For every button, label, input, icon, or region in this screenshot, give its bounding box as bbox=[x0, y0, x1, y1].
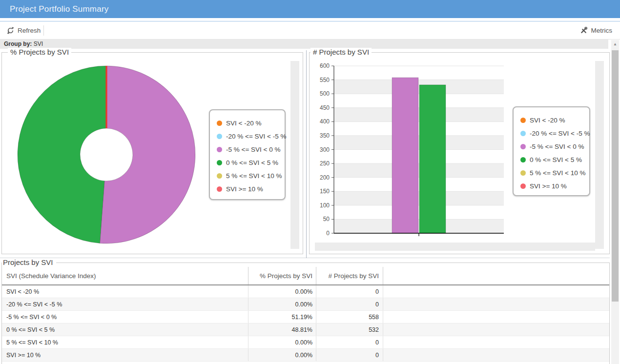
table-row[interactable]: 0 % <= SVI < 5 %48.81%532 bbox=[2, 324, 609, 336]
y-axis-label: 250 bbox=[320, 160, 330, 167]
table-row[interactable]: SVI >= 10 %0.00%0 bbox=[2, 349, 609, 362]
table-cell: -5 % <= SVI < 0 % bbox=[2, 311, 248, 323]
legend-label: 0 % <= SVI < 5 % bbox=[530, 156, 582, 163]
legend-item: 5 % <= SVI < 10 % bbox=[520, 166, 589, 180]
legend-label: SVI < -20 % bbox=[530, 117, 565, 124]
table-cell: 558 bbox=[316, 311, 383, 323]
plot-band bbox=[334, 108, 504, 122]
table-cell: 532 bbox=[316, 324, 383, 336]
y-axis-label: 300 bbox=[320, 146, 330, 153]
refresh-label: Refresh bbox=[18, 27, 41, 34]
y-axis-label: 0 bbox=[326, 230, 330, 237]
table-cell: 0 bbox=[316, 336, 383, 348]
legend-label: 0 % <= SVI < 5 % bbox=[226, 159, 278, 166]
legend-color-dot bbox=[520, 157, 526, 162]
metrics-label: Metrics bbox=[591, 27, 613, 34]
projects-table: SVI (Schedule Variance Index)% Projects … bbox=[2, 267, 609, 362]
legend-label: -5 % <= SVI < 0 % bbox=[226, 146, 280, 153]
legend-label: 5 % <= SVI < 10 % bbox=[530, 169, 585, 177]
bar-chart-legend: SVI < -20 %-20 % <= SVI < -5 %-5 % <= SV… bbox=[513, 106, 590, 196]
plot-band bbox=[334, 80, 504, 94]
legend-color-dot bbox=[217, 121, 222, 126]
table-row[interactable]: 5 % <= SVI < 10 %0.00%0 bbox=[2, 336, 609, 349]
panel-splitter bbox=[306, 50, 307, 258]
table-cell: 5 % <= SVI < 10 % bbox=[2, 336, 248, 348]
legend-item: -5 % <= SVI < 0 % bbox=[217, 143, 285, 156]
pie-slice bbox=[100, 66, 195, 243]
column-header[interactable]: % Projects by SVI bbox=[248, 267, 316, 284]
page-title: Project Portfolio Summary bbox=[10, 4, 108, 14]
refresh-button[interactable]: Refresh bbox=[7, 21, 41, 39]
legend-item: -5 % <= SVI < 0 % bbox=[520, 140, 589, 153]
window-title-bar: Project Portfolio Summary bbox=[0, 0, 620, 18]
refresh-icon bbox=[7, 27, 14, 34]
legend-color-dot bbox=[520, 144, 526, 149]
table-row[interactable]: -5 % <= SVI < 0 %51.19%558 bbox=[2, 311, 609, 324]
plot-band bbox=[334, 163, 504, 178]
table-cell: SVI >= 10 % bbox=[2, 349, 248, 361]
legend-color-dot bbox=[520, 131, 526, 136]
page-scrollbar[interactable]: ▲ bbox=[611, 40, 619, 364]
table-cell: 0 bbox=[316, 349, 383, 361]
table-cell: 48.81% bbox=[248, 324, 316, 336]
group-by-value: SVI bbox=[34, 40, 43, 47]
table-panel-title: Projects by SVI bbox=[2, 258, 56, 266]
table-cell: 0.00% bbox=[248, 349, 316, 361]
y-axis-label: 350 bbox=[320, 132, 330, 139]
legend-item: 0 % <= SVI < 5 % bbox=[520, 153, 589, 166]
pie-chart-panel: % Projects by SVI SVI < -20 %-20 % <= SV… bbox=[1, 52, 303, 254]
table-row[interactable]: SVI < -20 %0.00%0 bbox=[2, 285, 609, 298]
bar-panel-content: 600550500450400350300250200150100500 SVI… bbox=[310, 53, 609, 254]
legend-item: -20 % <= SVI < -5 % bbox=[217, 130, 285, 143]
toolbar-divider bbox=[43, 25, 44, 36]
legend-color-dot bbox=[217, 147, 222, 152]
legend-label: SVI >= 10 % bbox=[530, 182, 567, 190]
scrollbar-thumb[interactable] bbox=[612, 50, 619, 302]
group-by-label: Group by: bbox=[4, 40, 32, 47]
legend-color-dot bbox=[217, 186, 222, 192]
toolbar: Refresh Metrics bbox=[0, 21, 620, 40]
legend-item: SVI >= 10 % bbox=[217, 182, 285, 196]
table-row[interactable]: -20 % <= SVI < -5 %0.00%0 bbox=[2, 298, 609, 311]
legend-color-dot bbox=[520, 183, 526, 189]
y-axis-label: 550 bbox=[320, 77, 330, 83]
table-header-row: SVI (Schedule Variance Index)% Projects … bbox=[2, 267, 609, 285]
plot-band bbox=[334, 191, 504, 205]
legend-label: -5 % <= SVI < 0 % bbox=[530, 143, 584, 150]
y-axis-label: 50 bbox=[323, 216, 330, 222]
legend-color-dot bbox=[520, 170, 526, 176]
projects-table-panel: Projects by SVI SVI (Schedule Variance I… bbox=[1, 263, 610, 364]
bar bbox=[392, 78, 418, 233]
legend-label: -20 % <= SVI < -5 % bbox=[530, 130, 590, 137]
bar-chart-panel: # Projects by SVI 6005505004504003503002… bbox=[309, 52, 610, 254]
column-header[interactable]: SVI (Schedule Variance Index) bbox=[2, 267, 248, 284]
y-axis-label: 200 bbox=[320, 174, 330, 181]
y-axis-label: 500 bbox=[320, 90, 330, 97]
column-header[interactable]: # Projects by SVI bbox=[316, 267, 383, 284]
legend-item: SVI < -20 % bbox=[520, 114, 589, 127]
table-body: SVI < -20 %0.00%0-20 % <= SVI < -5 %0.00… bbox=[2, 285, 609, 362]
plot-band bbox=[334, 219, 504, 233]
project-portfolio-summary-window: Project Portfolio Summary Refresh bbox=[0, 0, 620, 364]
legend-item: -20 % <= SVI < -5 % bbox=[520, 127, 589, 140]
pie-vertical-scrollbar-track bbox=[290, 61, 299, 249]
bar-horizontal-scrollbar-track bbox=[315, 243, 595, 251]
y-axis-label: 600 bbox=[320, 62, 330, 69]
legend-item: 0 % <= SVI < 5 % bbox=[217, 156, 285, 169]
table-cell: 0.00% bbox=[248, 298, 316, 310]
y-axis-label: 150 bbox=[320, 188, 330, 195]
y-axis-label: 400 bbox=[320, 118, 330, 125]
table-cell: 0 bbox=[316, 298, 383, 310]
legend-color-dot bbox=[217, 160, 222, 165]
table-cell: 0.00% bbox=[248, 336, 316, 348]
legend-label: 5 % <= SVI < 10 % bbox=[226, 172, 282, 180]
legend-label: -20 % <= SVI < -5 % bbox=[226, 133, 286, 140]
metrics-button[interactable]: Metrics bbox=[579, 21, 613, 39]
table-cell: 51.19% bbox=[248, 311, 316, 323]
table-cell: 0.00% bbox=[248, 285, 316, 298]
legend-item: SVI < -20 % bbox=[217, 117, 285, 130]
legend-label: SVI < -20 % bbox=[226, 120, 261, 127]
scrollbar-up-arrow-icon[interactable]: ▲ bbox=[611, 40, 619, 48]
pie-panel-content: SVI < -20 %-20 % <= SVI < -5 %-5 % <= SV… bbox=[2, 53, 303, 254]
table-cell: SVI < -20 % bbox=[2, 285, 248, 298]
